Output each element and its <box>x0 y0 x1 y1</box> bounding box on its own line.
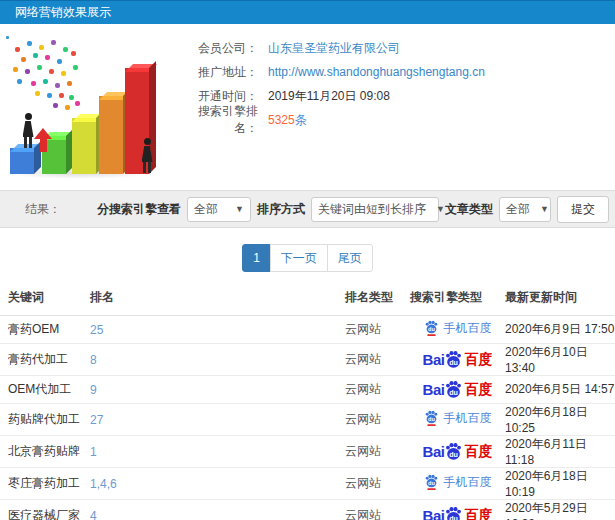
baidu-logo: Bai du 百度 <box>423 506 493 520</box>
col-header-updated: 最新更新时间 <box>505 284 615 316</box>
baidu-logo: Bai du 百度 <box>423 380 493 399</box>
col-header-keyword: 关键词 <box>0 284 82 316</box>
baidu-cn-text: 百度 <box>464 507 492 520</box>
url-label: 推广地址： <box>178 64 258 81</box>
rank-type-cell: 云网站 <box>345 316 410 344</box>
rank-type-cell: 云网站 <box>345 500 410 520</box>
keyword-cell: OEM代加工 <box>0 376 82 404</box>
engine-cell: du 手机百度 Bai du 百度 <box>410 344 505 376</box>
rank-link[interactable]: 4 <box>82 500 345 520</box>
svg-text:du: du <box>450 359 459 367</box>
svg-text:du: du <box>450 389 459 397</box>
filter-controls: 分搜索引擎查看 全部 ▼ 排序方式 关键词由短到长排序 ▼ 文章类型 全部 ▼ … <box>97 196 609 223</box>
summary-section: 会员公司： 山东皇圣堂药业有限公司 推广地址： http://www.shand… <box>0 24 615 186</box>
company-link[interactable]: 山东皇圣堂药业有限公司 <box>268 40 400 57</box>
table-row: OEM代加工 9 云网站 du 手机百度 Bai <box>0 376 615 404</box>
baidu-paw-icon: du <box>444 350 463 369</box>
engine-cell: du 手机百度 Bai du 百度 <box>410 404 505 436</box>
keyword-cell: 枣庄膏药加工 <box>0 468 82 500</box>
baidu-paw-icon: du <box>424 474 439 490</box>
result-label: 结果： <box>25 201 61 218</box>
page-button-current[interactable]: 1 <box>242 244 271 272</box>
article-type-select[interactable]: 全部 ▼ <box>499 197 551 222</box>
baidu-logo: Bai du 百度 <box>423 350 493 369</box>
businessman-left <box>20 113 36 148</box>
svg-text:du: du <box>450 451 459 459</box>
engine-filter-select[interactable]: 全部 ▼ <box>187 197 251 222</box>
updated-cell: 2020年6月11日 11:18 <box>505 436 615 468</box>
table-row: 医疗器械厂家 4 云网站 du 手机百度 Bai <box>0 500 615 520</box>
table-row: 药贴牌代加工 27 云网站 du 手机百度 Bai <box>0 404 615 436</box>
page-title: 网络营销效果展示 <box>15 5 111 19</box>
submit-button[interactable]: 提交 <box>557 196 609 223</box>
baidu-cn-text: 百度 <box>464 381 492 399</box>
engine-filter-label: 分搜索引擎查看 <box>97 201 181 218</box>
updated-cell: 2020年6月5日 14:57 <box>505 376 615 404</box>
bar-blue <box>10 148 34 174</box>
rank-link[interactable]: 8 <box>82 344 345 376</box>
last-page-button[interactable]: 尾页 <box>327 244 373 272</box>
baidu-logo: Bai du 百度 <box>423 442 493 461</box>
rank-count-label: 搜索引擎排名： <box>178 103 258 137</box>
filter-bar: 结果： 分搜索引擎查看 全部 ▼ 排序方式 关键词由短到长排序 ▼ 文章类型 全… <box>0 190 615 228</box>
chevron-down-icon: ▼ <box>235 204 244 214</box>
article-type-value: 全部 <box>506 201 530 218</box>
baidu-paw-icon: du <box>424 410 439 426</box>
rank-type-cell: 云网站 <box>345 344 410 376</box>
opened-time: 2019年11月20日 09:08 <box>268 88 390 105</box>
baidu-cn-text: 百度 <box>464 443 492 461</box>
sort-value: 关键词由短到长排序 <box>318 201 426 218</box>
svg-text:du: du <box>428 416 435 422</box>
table-row: 北京膏药贴牌 1 云网站 du 手机百度 Bai <box>0 436 615 468</box>
engine-cell: du 手机百度 Bai du 百度 <box>410 468 505 500</box>
updated-cell: 2020年6月9日 17:50 <box>505 316 615 344</box>
table-body: 膏药OEM 25 云网站 du 手机百度 Bai <box>0 316 615 520</box>
rank-type-cell: 云网站 <box>345 376 410 404</box>
growth-chart-illustration <box>0 30 178 182</box>
company-label: 会员公司： <box>178 40 258 57</box>
updated-cell: 2020年6月18日 10:19 <box>505 468 615 500</box>
mobile-baidu-logo: du 手机百度 <box>424 410 492 427</box>
chevron-down-icon: ▼ <box>540 204 549 214</box>
updated-cell: 2020年6月18日 10:25 <box>505 404 615 436</box>
info-row-rank-count: 搜索引擎排名： 5325条 <box>178 108 615 132</box>
table-row: 膏药代加工 8 云网站 du 手机百度 Bai <box>0 344 615 376</box>
baidu-bai-text: Bai <box>423 381 445 398</box>
bar-yellow <box>72 118 96 174</box>
rank-link[interactable]: 1,4,6 <box>82 468 345 500</box>
mobile-baidu-label: 手机百度 <box>444 410 492 427</box>
rank-link[interactable]: 1 <box>82 436 345 468</box>
chevron-down-icon: ▼ <box>436 204 445 214</box>
baidu-paw-icon: du <box>444 506 463 520</box>
rank-link[interactable]: 27 <box>82 404 345 436</box>
baidu-paw-icon: du <box>444 442 463 461</box>
mobile-baidu-label: 手机百度 <box>444 320 492 337</box>
rank-link[interactable]: 9 <box>82 376 345 404</box>
baidu-bai-text: Bai <box>423 507 445 520</box>
table-row: 枣庄膏药加工 1,4,6 云网站 du 手机百度 Bai <box>0 468 615 500</box>
rank-link[interactable]: 25 <box>82 316 345 344</box>
sort-select[interactable]: 关键词由短到长排序 ▼ <box>311 197 439 222</box>
table-row: 膏药OEM 25 云网站 du 手机百度 Bai <box>0 316 615 344</box>
baidu-cn-text: 百度 <box>464 351 492 369</box>
table-header-row: 关键词 排名 排名类型 搜索引擎类型 最新更新时间 <box>0 284 615 316</box>
baidu-paw-icon: du <box>424 320 439 336</box>
promotion-url-link[interactable]: http://www.shandonghuangshengtang.cn <box>268 65 485 79</box>
opened-label: 开通时间： <box>178 88 258 105</box>
rank-count-value: 5325条 <box>268 112 307 129</box>
col-header-rank-type: 排名类型 <box>345 284 410 316</box>
title-bar: 网络营销效果展示 <box>0 0 615 24</box>
col-header-engine-type: 搜索引擎类型 <box>410 284 505 316</box>
baidu-bai-text: Bai <box>423 443 445 460</box>
results-table: 关键词 排名 排名类型 搜索引擎类型 最新更新时间 膏药OEM 25 云网站 d… <box>0 284 615 520</box>
rank-type-cell: 云网站 <box>345 436 410 468</box>
keyword-cell: 医疗器械厂家 <box>0 500 82 520</box>
updated-cell: 2020年5月29日 10:32 <box>505 500 615 520</box>
svg-text:du: du <box>428 326 435 332</box>
info-row-company: 会员公司： 山东皇圣堂药业有限公司 <box>178 36 615 60</box>
keyword-cell: 膏药OEM <box>0 316 82 344</box>
mobile-baidu-logo: du 手机百度 <box>424 320 492 337</box>
next-page-button[interactable]: 下一页 <box>270 244 328 272</box>
engine-cell: du 手机百度 Bai du 百度 <box>410 316 505 344</box>
baidu-paw-icon: du <box>444 380 463 399</box>
